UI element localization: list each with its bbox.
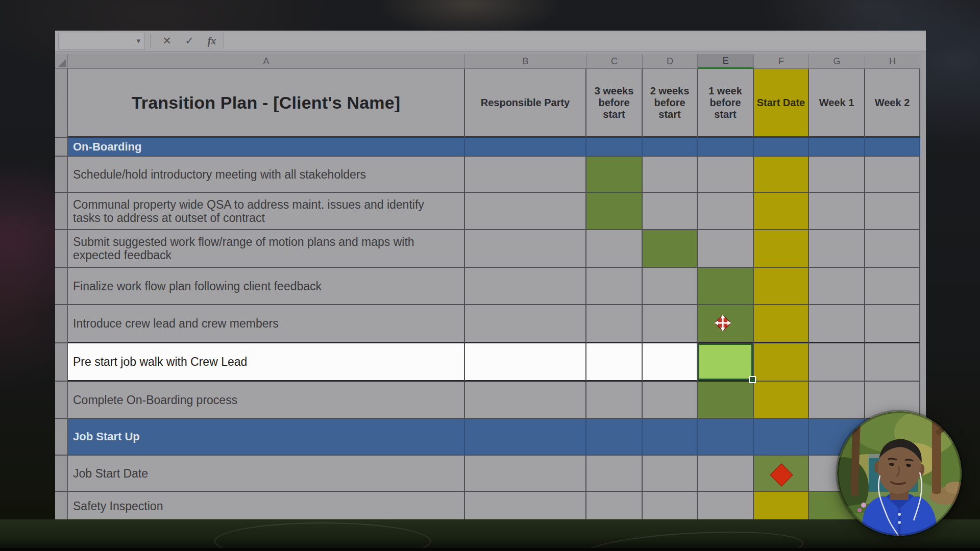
cell-F-row8[interactable]	[754, 382, 809, 419]
cell-B-row6[interactable]	[465, 305, 586, 343]
fill-handle[interactable]	[749, 376, 756, 383]
cell-E-row3[interactable]	[698, 193, 754, 230]
cell-B-row8[interactable]	[465, 382, 586, 419]
column-header-B[interactable]: B	[465, 54, 586, 69]
field-header-H[interactable]: Week 2	[865, 69, 920, 138]
cell-G-row4[interactable]	[809, 230, 865, 268]
cell-E-row5[interactable]	[698, 268, 754, 305]
cell-C-row6[interactable]	[586, 305, 643, 343]
cell-E-row2[interactable]	[698, 157, 754, 193]
cell-F-row7[interactable]	[754, 343, 809, 382]
cell-E-row8[interactable]	[698, 382, 754, 419]
cell-E-row10[interactable]	[698, 456, 754, 492]
cell-C-row7[interactable]	[586, 343, 643, 382]
field-header-G[interactable]: Week 1	[809, 69, 865, 138]
cell-C-row1[interactable]	[586, 138, 643, 157]
row-label-cell[interactable]: Communal property wide QSA to address ma…	[68, 193, 465, 230]
cell-D-row10[interactable]	[643, 456, 698, 492]
cell-B-row7[interactable]	[465, 343, 586, 382]
cell-B-row2[interactable]	[465, 157, 586, 193]
field-header-B[interactable]: Responsible Party	[465, 69, 586, 138]
cell-D-row5[interactable]	[643, 268, 698, 305]
field-header-D[interactable]: 2 weeks before start	[643, 69, 698, 138]
cell-E-row6[interactable]	[698, 305, 754, 343]
row-label-cell[interactable]: Job Start Date	[68, 456, 465, 492]
row-header[interactable]	[55, 382, 68, 419]
cell-G-row2[interactable]	[809, 157, 865, 193]
section-row-label[interactable]: On-Boarding	[68, 138, 465, 157]
cell-D-row6[interactable]	[643, 305, 698, 343]
cell-F-row5[interactable]	[754, 268, 809, 305]
chevron-down-icon[interactable]: ▾	[136, 36, 140, 45]
cell-D-row9[interactable]	[643, 419, 698, 456]
cell-C-row4[interactable]	[586, 230, 643, 268]
column-header-D[interactable]: D	[643, 54, 698, 69]
column-header-E[interactable]: E	[698, 54, 754, 69]
cell-G-row7[interactable]	[809, 343, 865, 382]
row-header[interactable]	[55, 138, 68, 157]
column-header-C[interactable]: C	[586, 54, 643, 69]
cell-F-row9[interactable]	[754, 419, 809, 456]
sheet-title-cell[interactable]: Transition Plan - [Client's Name]	[68, 69, 465, 138]
cell-D-row4[interactable]	[643, 230, 698, 268]
function-icon[interactable]: fx	[201, 35, 223, 47]
row-header[interactable]	[55, 69, 68, 138]
row-label-cell[interactable]: Complete On-Boarding process	[68, 382, 465, 419]
cell-G-row8[interactable]	[809, 382, 865, 419]
cell-C-row10[interactable]	[586, 456, 643, 492]
section-row-label[interactable]: Job Start Up	[68, 419, 465, 456]
cell-F-row1[interactable]	[754, 138, 809, 157]
select-all-corner[interactable]	[55, 54, 68, 69]
cell-D-row3[interactable]	[643, 193, 698, 230]
cell-G-row3[interactable]	[809, 193, 865, 230]
cell-G-row5[interactable]	[809, 268, 865, 305]
cell-H-row3[interactable]	[865, 193, 920, 230]
column-header-F[interactable]: F	[754, 54, 809, 69]
cell-D-row2[interactable]	[643, 157, 698, 193]
row-label-cell[interactable]: Finalize work flow plan following client…	[68, 268, 465, 305]
cell-C-row5[interactable]	[586, 268, 643, 305]
cancel-icon[interactable]: ✕	[156, 35, 178, 47]
cell-H-row5[interactable]	[865, 268, 920, 305]
formula-input[interactable]	[223, 33, 926, 49]
cell-D-row11[interactable]	[643, 492, 698, 519]
cell-B-row1[interactable]	[465, 138, 586, 157]
row-label-cell[interactable]: Schedule/hold introductory meeting with …	[68, 157, 465, 193]
cell-B-row11[interactable]	[465, 492, 586, 519]
row-header[interactable]	[55, 456, 68, 492]
row-label-cell[interactable]: Submit suggested work flow/range of moti…	[68, 230, 465, 268]
cell-C-row2[interactable]	[586, 157, 643, 193]
cell-B-row3[interactable]	[465, 193, 586, 230]
row-header[interactable]	[55, 492, 68, 519]
cell-F-row11[interactable]	[754, 492, 809, 519]
row-label-cell[interactable]: Pre start job walk with Crew Lead	[68, 343, 465, 382]
cell-C-row8[interactable]	[586, 382, 643, 419]
cell-D-row1[interactable]	[643, 138, 698, 157]
row-header[interactable]	[55, 268, 68, 305]
cell-E-row11[interactable]	[698, 492, 754, 519]
cell-F-row2[interactable]	[754, 157, 809, 193]
cell-H-row4[interactable]	[865, 230, 920, 268]
column-header-H[interactable]: H	[865, 54, 920, 69]
cell-H-row1[interactable]	[865, 138, 920, 157]
column-header-A[interactable]: A	[68, 54, 465, 69]
row-header[interactable]	[55, 343, 68, 382]
cell-G-row6[interactable]	[809, 305, 865, 343]
cell-D-row7[interactable]	[643, 343, 698, 382]
cell-H-row7[interactable]	[865, 343, 920, 382]
cell-C-row11[interactable]	[586, 492, 643, 519]
field-header-C[interactable]: 3 weeks before start	[586, 69, 643, 138]
row-header[interactable]	[55, 230, 68, 268]
cell-B-row4[interactable]	[465, 230, 586, 268]
row-label-cell[interactable]: Introduce crew lead and crew members	[68, 305, 465, 343]
cell-C-row3[interactable]	[586, 193, 643, 230]
cell-E-row4[interactable]	[698, 230, 754, 268]
row-header[interactable]	[55, 419, 68, 456]
row-label-cell[interactable]: Safety Inspection	[68, 492, 465, 519]
cell-B-row9[interactable]	[465, 419, 586, 456]
cell-B-row10[interactable]	[465, 456, 586, 492]
row-header[interactable]	[55, 305, 68, 343]
column-header-G[interactable]: G	[809, 54, 865, 69]
cell-E-row9[interactable]	[698, 419, 754, 456]
field-header-E[interactable]: 1 week before start	[698, 69, 754, 138]
